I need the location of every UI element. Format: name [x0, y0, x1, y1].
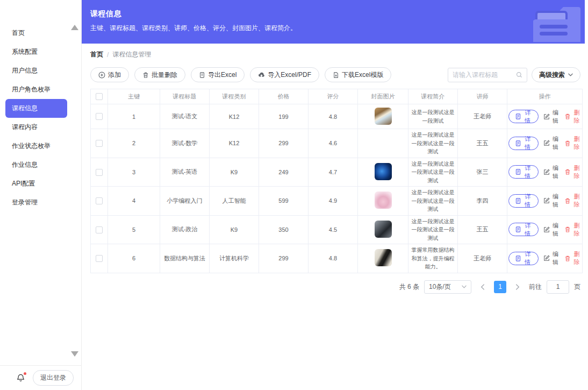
cell-teacher: 张三 — [458, 158, 507, 187]
detail-label: 详情 — [524, 109, 532, 125]
pagination: 共 6 条 10条/页 1 前往 页 — [90, 280, 580, 294]
cell-category: K12 — [210, 129, 259, 158]
cell-id: 2 — [108, 129, 160, 158]
edit-button[interactable]: 编辑 — [543, 222, 560, 238]
edit-label: 编辑 — [551, 135, 560, 151]
delete-button[interactable]: 删除 — [564, 109, 581, 125]
cell-category: 计算机科学 — [210, 244, 259, 273]
detail-label: 详情 — [524, 164, 532, 180]
cell-intro: 这是一段测试这是一段测试这是一段测试 — [408, 187, 458, 216]
page-number-active[interactable]: 1 — [494, 281, 506, 293]
sidebar-item[interactable]: 课程内容 — [0, 118, 81, 137]
detail-button[interactable]: 详情 — [508, 194, 539, 208]
edit-button[interactable]: 编辑 — [543, 193, 560, 209]
edit-button[interactable]: 编辑 — [543, 164, 560, 180]
delete-button[interactable]: 删除 — [564, 250, 581, 266]
goto-label: 前往 — [529, 282, 542, 292]
edit-label: 编辑 — [551, 109, 560, 125]
edit-button[interactable]: 编辑 — [543, 109, 560, 125]
row-checkbox[interactable] — [96, 255, 103, 262]
cell-price: 599 — [259, 187, 309, 216]
document-icon — [515, 226, 521, 233]
app-window: 首页系统配置用户信息用户角色枚举课程信息课程内容作业状态枚举作业信息API配置登… — [0, 0, 588, 390]
table-row: 5测试-政治K93504.5这是一段测试这是一段测试这是一段测试王五详情编辑删除 — [91, 215, 583, 244]
edit-icon — [543, 140, 550, 146]
edit-button[interactable]: 编辑 — [543, 250, 560, 266]
edit-icon — [543, 114, 550, 120]
sidebar-item[interactable]: 登录管理 — [0, 193, 81, 212]
advanced-search-button[interactable]: 高级搜索 — [532, 67, 580, 82]
breadcrumb-home[interactable]: 首页 — [90, 50, 103, 59]
sidebar-item[interactable]: 作业信息 — [0, 155, 81, 174]
cell-teacher: 李四 — [458, 187, 507, 216]
cell-cover — [358, 244, 408, 273]
sidebar-item[interactable]: 用户信息 — [0, 61, 81, 80]
button-label: 导入Excel/PDF — [268, 70, 311, 80]
button-label: 下载Excel模版 — [342, 70, 383, 80]
row-checkbox[interactable] — [96, 113, 103, 120]
detail-button[interactable]: 详情 — [508, 137, 539, 150]
cell-actions: 详情编辑删除 — [507, 158, 583, 187]
cell-intro: 这是一段测试这是一段测试 — [408, 104, 458, 129]
detail-button[interactable]: 详情 — [508, 110, 539, 123]
detail-button[interactable]: 详情 — [508, 223, 539, 236]
cloud-upload-button[interactable]: 导入Excel/PDF — [250, 67, 319, 82]
button-label: 添加 — [108, 70, 121, 80]
row-actions: 详情编辑删除 — [508, 164, 581, 180]
toolbar: 添加批量删除导出Excel导入Excel/PDF下载Excel模版 高级搜索 — [90, 67, 580, 82]
cell-rating: 4.5 — [309, 215, 358, 244]
row-checkbox[interactable] — [96, 169, 103, 176]
edit-icon — [543, 197, 550, 204]
file-download-icon — [333, 72, 339, 79]
file-button[interactable]: 导出Excel — [191, 67, 245, 82]
sidebar-item[interactable]: 作业状态枚举 — [0, 137, 81, 155]
column-header: 讲师 — [458, 89, 507, 104]
edit-button[interactable]: 编辑 — [543, 135, 560, 151]
edit-icon — [543, 255, 550, 261]
trash-red-icon — [564, 140, 571, 147]
next-page-button[interactable] — [511, 280, 524, 293]
row-actions: 详情编辑删除 — [508, 222, 581, 238]
scroll-up-icon[interactable] — [71, 25, 78, 30]
scroll-down-icon[interactable] — [71, 351, 78, 357]
document-icon — [515, 113, 521, 120]
advanced-search-label: 高级搜索 — [539, 70, 565, 80]
document-icon — [515, 197, 521, 204]
sidebar-item[interactable]: API配置 — [0, 174, 81, 193]
sidebar-item[interactable]: 课程信息 — [5, 99, 67, 118]
detail-button[interactable]: 详情 — [508, 165, 539, 179]
delete-button[interactable]: 删除 — [564, 164, 581, 180]
detail-button[interactable]: 详情 — [508, 252, 539, 265]
page-size-select[interactable]: 10条/页 — [424, 280, 471, 294]
search-input[interactable] — [453, 71, 516, 79]
prev-page-button[interactable] — [476, 280, 489, 293]
button-label: 导出Excel — [208, 70, 236, 80]
sidebar-item[interactable]: 系统配置 — [0, 42, 81, 61]
plus-circle-button[interactable]: 添加 — [90, 67, 129, 82]
select-all-checkbox[interactable] — [96, 93, 103, 100]
search-icon[interactable] — [516, 72, 522, 78]
column-header: 操作 — [507, 89, 583, 104]
main-area: 课程信息 主键、课程标题、课程类别、讲师、价格、评分、封面图片、课程简介。 首页… — [82, 0, 588, 390]
file-download-button[interactable]: 下载Excel模版 — [325, 67, 391, 82]
row-checkbox[interactable] — [96, 197, 103, 204]
sidebar-item[interactable]: 用户角色枚举 — [0, 80, 81, 99]
delete-button[interactable]: 删除 — [564, 222, 581, 238]
cell-category: K12 — [210, 104, 259, 129]
delete-label: 删除 — [572, 135, 581, 151]
goto-page-input[interactable] — [547, 280, 569, 294]
table-row: 2测试-数学K122994.6这是一段测试这是一段测试这是一段测试王五详情编辑删… — [91, 129, 583, 158]
logout-button[interactable]: 退出登录 — [33, 370, 74, 386]
notification-bell-icon[interactable] — [16, 373, 25, 382]
detail-label: 详情 — [524, 135, 532, 151]
cell-category: K9 — [210, 158, 259, 187]
edit-icon — [543, 169, 550, 175]
sidebar-item[interactable]: 首页 — [0, 24, 81, 42]
delete-button[interactable]: 删除 — [564, 135, 581, 151]
cell-intro: 掌握常用数据结构和算法，提升编程能力。 — [408, 244, 458, 273]
row-checkbox[interactable] — [96, 226, 103, 233]
row-checkbox[interactable] — [96, 140, 103, 147]
cell-actions: 详情编辑删除 — [507, 187, 583, 216]
trash-button[interactable]: 批量删除 — [134, 67, 185, 82]
delete-button[interactable]: 删除 — [564, 193, 581, 209]
